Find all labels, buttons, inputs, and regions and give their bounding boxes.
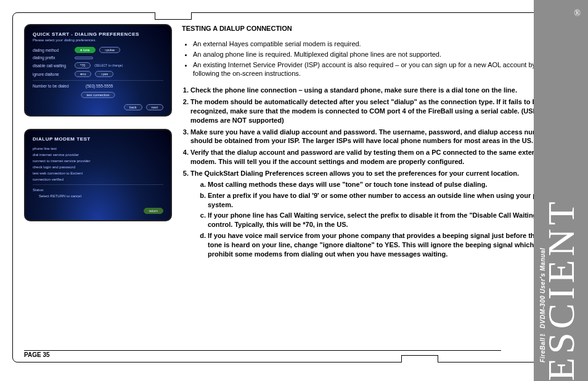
registered-mark: ® — [574, 9, 581, 18]
thumb1-ignore-no: ●no — [75, 71, 91, 77]
brand-logo: ESCIENT — [542, 194, 580, 381]
bullet-1: An external Hayes compatible serial mode… — [193, 39, 560, 49]
thumb2-line-6: connection verified — [33, 178, 163, 181]
step-5-sublist: Most calling methods these days will use… — [208, 180, 560, 259]
steps-list: Check the phone line connection – using … — [190, 86, 560, 258]
step-1: Check the phone line connection – using … — [190, 86, 560, 95]
thumb2-title: DIALUP MODEM TEST — [33, 136, 163, 142]
bullet-3: An existing Internet Service Provider (I… — [193, 60, 560, 79]
step-5: The QuickStart Dialing Preferences scree… — [190, 169, 560, 259]
step-3: Make sure you have a valid dialup accoun… — [190, 128, 560, 146]
screenshot-dialing-preferences: QUICK START - DIALING PREFERENCES Please… — [24, 24, 172, 117]
thumb1-number-label: Number to be dialed — [33, 84, 82, 88]
thumb1-prefix-value — [75, 57, 93, 59]
step-2: The modem should be automatically detect… — [190, 97, 560, 125]
thumb2-line-1: phone line test — [33, 147, 163, 150]
requirements-list: An external Hayes compatible serial mode… — [193, 39, 560, 78]
thumb1-method-tone: ● tone — [75, 47, 96, 53]
thumb1-method-pulse: ○pulse — [99, 47, 120, 53]
page-frame: QUICK START - DIALING PREFERENCES Please… — [12, 12, 576, 363]
thumb1-number-value: (503) 555-5555 — [86, 84, 113, 88]
step-5b: Enter a prefix if you have to dial '9' o… — [208, 191, 560, 210]
thumb2-return-button: return — [144, 208, 163, 214]
step-4: Verify that the dialup account and passw… — [190, 148, 560, 166]
screenshot-modem-test: DIALUP MODEM TEST phone line test dial i… — [24, 129, 172, 221]
section-heading: TESTING A DIALUP CONNECTION — [182, 24, 560, 33]
page-number: PAGE 35 — [24, 351, 50, 358]
screenshot-column: QUICK START - DIALING PREFERENCES Please… — [24, 24, 172, 343]
thumb1-test-button: test connection — [81, 92, 115, 98]
thumb1-prefix-label: dialing prefix — [33, 55, 71, 60]
thumb1-back-button: back — [124, 104, 142, 110]
thumb1-dcw-hint: (SELECT to change) — [94, 63, 123, 67]
thumb2-status-label: Status: — [33, 188, 163, 192]
brand-sidebar: ® FireBall™ DVDM-300 User's Manual ESCIE… — [534, 0, 588, 381]
thumb2-line-4: check login and password — [33, 165, 163, 169]
thumb2-line-5: test web connection to Escient — [33, 171, 163, 175]
thumb1-next-button: next — [146, 104, 163, 110]
thumb1-ignore-yes: ○yes — [95, 71, 113, 77]
thumb1-subtitle: Please select your dialing preferences. — [33, 38, 163, 42]
thumb2-line-3: connect to internet service provider — [33, 159, 163, 163]
thumb1-ignore-label: ignore dialtone — [33, 72, 71, 76]
content-row: QUICK START - DIALING PREFERENCES Please… — [24, 24, 564, 343]
page-footer: PAGE 35 — [24, 350, 501, 358]
thumb1-title: QUICK START - DIALING PREFERENCES — [33, 31, 163, 37]
step-5-text: The QuickStart Dialing Preferences scree… — [190, 170, 519, 177]
bullet-2: An analog phone line is required. Multip… — [193, 50, 560, 59]
thumb1-dcw-label: disable call waiting — [33, 63, 71, 68]
step-5d: If you have voice mail service from your… — [208, 231, 560, 259]
thumb1-method-label: dialing method — [33, 48, 71, 52]
step-5a: Most calling methods these days will use… — [208, 180, 560, 189]
text-column: TESTING A DIALUP CONNECTION An external … — [182, 24, 564, 343]
thumb1-dcw-value: *70 — [75, 62, 91, 68]
thumb2-status-text: Select RETURN to cancel — [39, 194, 163, 198]
thumb2-line-2: dial internet service provider — [33, 153, 163, 157]
binder-notch-top — [155, 12, 192, 20]
step-5c: If your phone line has Call Waiting serv… — [208, 211, 560, 229]
